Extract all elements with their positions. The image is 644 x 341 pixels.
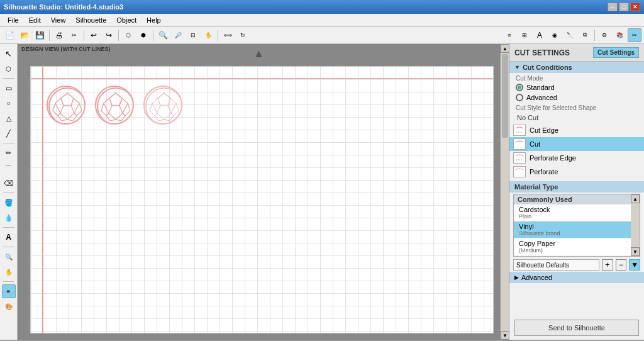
zoom-out-button[interactable]: 🔎 <box>171 28 185 42</box>
svg-marker-26 <box>150 103 157 116</box>
cut-settings-tab[interactable]: Cut Settings <box>593 47 639 58</box>
svg-line-14 <box>119 106 123 113</box>
select-tool[interactable]: ↖ <box>2 47 16 60</box>
zoom-in-button[interactable]: 🔍 <box>156 28 170 42</box>
group-button[interactable]: ⬡ <box>121 28 135 42</box>
undo-button[interactable]: ↩ <box>87 28 101 42</box>
cut-icon <box>513 138 526 150</box>
ungroup-button[interactable]: ⬢ <box>136 28 150 42</box>
white-canvas <box>30 66 494 333</box>
eraser-tool[interactable]: ⌫ <box>2 176 16 190</box>
perforate-edge-label: Perforate Edge <box>530 154 576 162</box>
menu-view[interactable]: View <box>46 15 71 25</box>
open-button[interactable]: 📂 <box>18 28 31 42</box>
material-name-input[interactable] <box>513 259 599 271</box>
material-scrollbar[interactable]: ▲ ▼ <box>631 194 640 256</box>
material-menu-button[interactable]: ▼ <box>629 259 640 271</box>
save-button[interactable]: 💾 <box>33 28 47 42</box>
menu-file[interactable]: File <box>3 15 24 25</box>
eyedropper-tool[interactable]: 💧 <box>2 211 16 225</box>
material-scroll-up[interactable]: ▲ <box>631 194 640 203</box>
trace-button[interactable]: ◉ <box>548 28 562 42</box>
pan-tool[interactable]: ✋ <box>2 265 16 279</box>
menu-help[interactable]: Help <box>142 15 166 25</box>
advanced-section[interactable]: ▶ Advanced <box>509 272 644 283</box>
soccer-ball-2[interactable] <box>95 86 134 125</box>
draw-tool[interactable]: ✏ <box>2 146 16 160</box>
rectangle-tool[interactable]: ▭ <box>2 81 16 95</box>
material-cardstock[interactable]: Cardstock Plain <box>514 204 631 221</box>
new-button[interactable]: 📄 <box>3 28 16 42</box>
menu-bar: File Edit View Silhouette Object Help <box>0 14 644 26</box>
title-bar-text: Silhouette Studio: Untitled-4.studio3 <box>4 3 123 11</box>
material-cardstock-name: Cardstock <box>519 206 550 213</box>
material-vinyl-sub: Silhouette brand <box>519 230 626 237</box>
vertical-scrollbar[interactable]: ▲ ▼ <box>500 44 509 340</box>
scroll-up-arrow[interactable]: ▲ <box>250 44 269 63</box>
advanced-radio-row[interactable]: Advanced <box>509 92 644 103</box>
cut-send-button[interactable]: ✂ <box>67 28 81 42</box>
scroll-thumb[interactable] <box>502 54 508 138</box>
material-vinyl[interactable]: Vinyl Silhouette brand <box>514 221 631 238</box>
perforate-option[interactable]: Perforate <box>509 165 644 179</box>
align-button[interactable]: ≡ <box>502 28 516 42</box>
perforate-edge-option[interactable]: Perforate Edge <box>509 151 644 165</box>
cut-conditions-header[interactable]: ▼ Cut Conditions <box>509 62 644 73</box>
ellipse-tool[interactable]: ○ <box>2 96 16 110</box>
left-sep-3 <box>3 193 14 193</box>
material-group-commonly-used: Commonly Used <box>514 194 631 204</box>
fill-tool[interactable]: 🪣 <box>2 196 16 210</box>
menu-edit[interactable]: Edit <box>24 15 46 25</box>
replicate-button[interactable]: ⧉ <box>578 28 592 42</box>
cut-option[interactable]: Cut <box>509 137 644 151</box>
title-bar: Silhouette Studio: Untitled-4.studio3 ─ … <box>0 0 644 14</box>
send-to-silhouette-button[interactable]: Send to Silhouette <box>514 320 639 336</box>
rotate-button[interactable]: ↻ <box>236 28 250 42</box>
polygon-tool[interactable]: △ <box>2 111 16 125</box>
redo-button[interactable]: ↪ <box>102 28 116 42</box>
add-material-button[interactable]: + <box>602 259 613 271</box>
text-button[interactable]: A <box>533 28 547 42</box>
svg-line-15 <box>109 106 112 113</box>
soccer-ball-3[interactable] <box>143 86 182 125</box>
material-controls: + − ▼ <box>509 258 644 272</box>
advanced-radio[interactable] <box>516 94 523 101</box>
line-tool[interactable]: ╱ <box>2 126 16 140</box>
transform-button[interactable]: ⊞ <box>518 28 531 42</box>
print-button[interactable]: 🖨 <box>52 28 66 42</box>
scroll-down-button[interactable]: ▼ <box>501 331 509 340</box>
maximize-button[interactable]: □ <box>619 3 629 11</box>
layer-tool[interactable]: ≡ <box>2 284 16 298</box>
pan-button[interactable]: ✋ <box>201 28 215 42</box>
cut-settings-icon[interactable]: ✂ <box>628 28 641 42</box>
text-tool[interactable]: A <box>2 230 16 244</box>
zoom-fit-button[interactable]: ⊡ <box>186 28 200 42</box>
soccer-ball-1[interactable] <box>47 86 86 125</box>
standard-radio[interactable] <box>516 84 523 91</box>
minimize-button[interactable]: ─ <box>608 3 618 11</box>
material-silhouette-defaults[interactable]: Silhouette Defaults <box>514 255 631 256</box>
material-scroll-down[interactable]: ▼ <box>631 247 640 256</box>
standard-radio-row[interactable]: Standard <box>509 82 644 92</box>
mirror-button[interactable]: ⟺ <box>221 28 235 42</box>
library-button[interactable]: 📚 <box>613 28 626 42</box>
remove-material-button[interactable]: − <box>616 259 627 271</box>
material-copy-paper[interactable]: Copy Paper (Medium) <box>514 238 631 255</box>
menu-silhouette[interactable]: Silhouette <box>70 15 111 25</box>
color-tool[interactable]: 🎨 <box>2 299 16 313</box>
bezier-tool[interactable]: ⌒ <box>2 161 16 175</box>
shapes-container <box>47 86 182 125</box>
zoom-tool[interactable]: 🔍 <box>2 250 16 264</box>
node-tool[interactable]: ⬡ <box>2 62 16 75</box>
menu-object[interactable]: Object <box>111 15 142 25</box>
toolbar-sep-6 <box>594 30 595 41</box>
no-cut-text: No Cut <box>509 112 644 123</box>
knife-button[interactable]: 🔪 <box>563 28 577 42</box>
close-button[interactable]: ✕ <box>630 3 640 11</box>
scroll-up-button[interactable]: ▲ <box>501 44 509 53</box>
settings-button[interactable]: ⚙ <box>597 28 611 42</box>
svg-line-25 <box>157 106 160 113</box>
perforate-label: Perforate <box>530 168 558 176</box>
toolbar-sep-3 <box>118 30 119 41</box>
cut-edge-option[interactable]: Cut Edge <box>509 123 644 137</box>
